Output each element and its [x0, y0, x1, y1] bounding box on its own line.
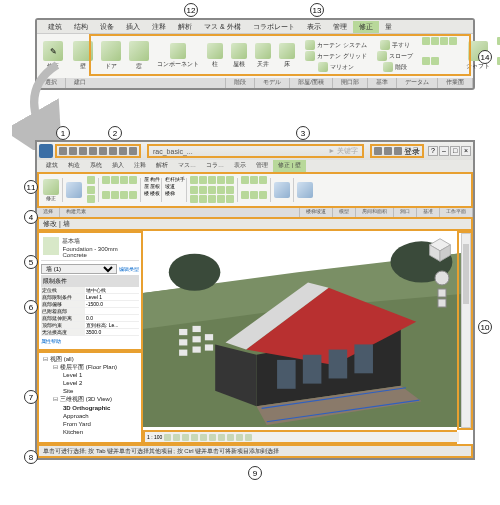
minimize-icon[interactable]: – [439, 146, 449, 156]
mod-icon[interactable] [226, 176, 234, 184]
tab-view[interactable]: 表示 [301, 21, 327, 33]
mtab-mass[interactable]: マス… [173, 160, 201, 172]
btn-component[interactable]: コンポーネント [154, 37, 202, 75]
btn-curtain-sys[interactable]: カーテン システム [302, 40, 370, 50]
tab-struct[interactable]: 结构 [68, 21, 94, 33]
mbtn-ramp[interactable]: 坡道 [163, 183, 185, 189]
qat-open-icon[interactable] [59, 147, 67, 155]
tool-icon[interactable] [120, 191, 128, 199]
tool-icon[interactable] [129, 191, 137, 199]
tool-icon[interactable] [102, 176, 110, 184]
mbtn-r1[interactable]: 屋 构件 [142, 176, 160, 182]
mtab-collab[interactable]: コラ… [201, 160, 229, 172]
mbtn-measure[interactable] [272, 176, 292, 204]
mbtn-stair[interactable]: 楼梯 [163, 190, 185, 196]
view-icon[interactable] [250, 176, 258, 184]
app-icon[interactable] [39, 144, 53, 158]
cloud-icon[interactable] [394, 147, 402, 155]
mtab-modify[interactable]: 修正 | 壁 [273, 160, 306, 172]
view-icon[interactable] [241, 191, 249, 199]
render-icon[interactable] [200, 434, 207, 441]
btn-window[interactable]: 窓 [126, 37, 152, 75]
tab-mass[interactable]: マス & 外構 [198, 21, 247, 33]
qat-redo-icon[interactable] [89, 147, 97, 155]
btn-mullion[interactable]: マリオン [302, 62, 370, 72]
mtab-view[interactable]: 表示 [229, 160, 251, 172]
tree-item[interactable]: From Yard [41, 420, 139, 428]
mod-icon[interactable] [190, 176, 198, 184]
reveal-icon[interactable] [245, 434, 252, 441]
mod-icon[interactable] [217, 176, 225, 184]
tab-manage[interactable]: 管理 [327, 21, 353, 33]
btn-ramp[interactable]: スロープ [374, 51, 416, 61]
mbtn-rail[interactable]: 栏杆扶手 [163, 176, 185, 182]
view-icon[interactable] [250, 191, 258, 199]
view-icon[interactable] [259, 176, 267, 184]
model-icon[interactable] [431, 37, 439, 45]
btn-stair[interactable]: 階段 [374, 62, 416, 72]
user-icon[interactable] [384, 147, 392, 155]
mbtn-r3[interactable]: 楼 楼板 [142, 190, 160, 196]
help-icon[interactable]: ? [428, 146, 438, 156]
btn-railing[interactable]: 手すり [374, 40, 416, 50]
copy-icon[interactable] [87, 186, 95, 194]
mod-icon[interactable] [217, 195, 225, 203]
mbtn-modify[interactable]: 修正 [41, 176, 61, 204]
prop-row[interactable]: 无法接高度3500.0 [41, 329, 139, 336]
qat-undo-icon[interactable] [79, 147, 87, 155]
model-icon[interactable] [422, 37, 430, 45]
mod-icon[interactable] [199, 195, 207, 203]
mod-icon[interactable] [226, 195, 234, 203]
tab-mep[interactable]: 设备 [94, 21, 120, 33]
prop-row[interactable]: 底部偏移-1500.0 [41, 301, 139, 308]
tree-3dview[interactable]: ⊟三维视图 (3D View) [41, 395, 139, 403]
shadow-icon[interactable] [191, 434, 198, 441]
mtab-insert[interactable]: 插入 [107, 160, 129, 172]
prop-row[interactable]: 底部限制条件Level 1 [41, 294, 139, 301]
mod-icon[interactable] [199, 186, 207, 194]
view-icon[interactable] [241, 176, 249, 184]
drawing-viewport[interactable]: 1 : 100 [143, 231, 473, 444]
nav-bar[interactable] [433, 269, 451, 309]
type-selector[interactable]: 墙 (1) [41, 264, 117, 274]
tab-arch[interactable]: 建筑 [42, 21, 68, 33]
tree-floorplan[interactable]: ⊟楼层平面 (Floor Plan) [41, 363, 139, 371]
model-icon[interactable] [422, 57, 430, 65]
mod-icon[interactable] [190, 195, 198, 203]
mod-icon[interactable] [190, 186, 198, 194]
prop-row[interactable]: 底部延伸距离0.0 [41, 315, 139, 322]
tab-modify[interactable]: 修正 [353, 21, 379, 33]
tab-annotate[interactable]: 注释 [146, 21, 172, 33]
prop-row[interactable]: 已附着底部 [41, 308, 139, 315]
view-scale[interactable]: 1 : 100 [147, 434, 162, 440]
mod-icon[interactable] [208, 176, 216, 184]
lock-icon[interactable] [227, 434, 234, 441]
tab-extra[interactable]: 量 [379, 21, 398, 33]
qat-icon[interactable] [129, 147, 137, 155]
detail-level-icon[interactable] [164, 434, 171, 441]
mbtn-r2[interactable]: 屋 屋根 [142, 183, 160, 189]
btn-wall[interactable]: 壁 [70, 37, 96, 75]
prop-row[interactable]: 定位线墙中心线 [41, 287, 139, 294]
btn-curtain-grid[interactable]: カーテン グリッド [302, 51, 370, 61]
tab-insert[interactable]: 插入 [120, 21, 146, 33]
mtab-struct[interactable]: 构造 [63, 160, 85, 172]
tree-item[interactable]: Level 1 [41, 371, 139, 379]
qat-icon[interactable] [119, 147, 127, 155]
signin-label[interactable]: 登录 [404, 146, 420, 157]
props-help[interactable]: 属性帮助 [41, 338, 139, 344]
btn-ceiling[interactable]: 天井 [252, 37, 274, 75]
tree-item[interactable]: Site [41, 387, 139, 395]
tab-analyze[interactable]: 解析 [172, 21, 198, 33]
match-icon[interactable] [87, 195, 95, 203]
crop-icon[interactable] [209, 434, 216, 441]
hide-icon[interactable] [236, 434, 243, 441]
mtab-manage[interactable]: 管理 [251, 160, 273, 172]
maximize-icon[interactable]: □ [450, 146, 460, 156]
vertical-scrollbar[interactable] [461, 233, 471, 428]
cut-icon[interactable] [87, 176, 95, 184]
mod-icon[interactable] [217, 186, 225, 194]
tree-root[interactable]: ⊟视图 (all) [41, 355, 139, 363]
prop-row[interactable]: 顶部约束直到标高: Le... [41, 322, 139, 329]
tool-icon[interactable] [111, 176, 119, 184]
